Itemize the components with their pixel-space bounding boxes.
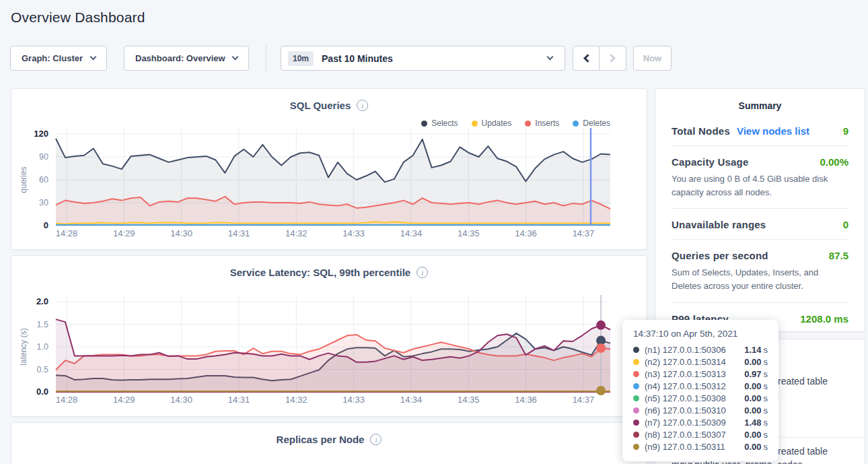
- legend-dot: [573, 121, 579, 127]
- svg-text:14:30: 14:30: [170, 228, 192, 238]
- time-range-badge: 10m: [288, 51, 314, 66]
- node-address: (n4) 127.0.0.1:50312: [645, 381, 726, 391]
- p99-latency-value: 1208.0 ms: [800, 313, 848, 325]
- node-latency-value: 0.00s: [744, 357, 768, 367]
- sql-queries-chart[interactable]: 14:2814:2914:3014:3114:3214:3314:3414:35…: [11, 89, 648, 251]
- legend-item-inserts[interactable]: Inserts: [525, 119, 559, 128]
- legend-dot: [472, 121, 478, 127]
- svg-text:14:28: 14:28: [56, 228, 78, 238]
- legend-dot: [525, 121, 531, 127]
- node-address: (n8) 127.0.0.1:50307: [645, 430, 726, 440]
- chevron-down-icon: [90, 54, 97, 61]
- svg-text:0: 0: [44, 220, 48, 230]
- node-color-dot: [633, 383, 639, 389]
- svg-text:14:35: 14:35: [458, 395, 480, 405]
- svg-text:14:33: 14:33: [342, 228, 365, 238]
- svg-text:14:30: 14:30: [170, 395, 192, 405]
- svg-text:14:28: 14:28: [56, 395, 78, 405]
- time-prev-button[interactable]: [573, 46, 600, 71]
- info-icon[interactable]: i: [370, 434, 382, 445]
- svg-text:14:34: 14:34: [400, 395, 423, 405]
- svg-text:14:32: 14:32: [285, 228, 308, 238]
- chart-title: Replicas per Node: [277, 434, 365, 445]
- summary-title: Summary: [655, 89, 865, 115]
- tooltip-node-row: (n8) 127.0.0.1:503070.00s: [633, 428, 768, 440]
- overview-dashboard: Overview Dashboard Graph: Cluster Dashbo…: [0, 0, 868, 464]
- node-color-dot: [633, 347, 639, 353]
- service-latency-chart[interactable]: 14:2814:2914:3014:3114:3214:3314:3414:35…: [11, 256, 648, 418]
- now-button[interactable]: Now: [633, 46, 672, 71]
- unavailable-ranges-value: 0: [843, 219, 848, 230]
- legend-item-updates[interactable]: Updates: [472, 119, 512, 128]
- svg-text:14:37: 14:37: [573, 395, 595, 405]
- chevron-left-icon: [583, 54, 592, 63]
- node-latency-value: 1.48s: [744, 418, 768, 428]
- total-nodes-value: 9: [843, 125, 848, 137]
- time-range-dropdown[interactable]: 10m Past 10 Minutes: [281, 46, 565, 71]
- page-title: Overview Dashboard: [11, 9, 145, 26]
- tooltip-node-row: (n5) 127.0.0.1:503080.00s: [633, 392, 768, 404]
- svg-text:14:34: 14:34: [400, 228, 423, 238]
- legend-item-selects[interactable]: Selects: [421, 119, 458, 128]
- node-latency-value: 0.00s: [744, 442, 768, 452]
- tooltip-node-row: (n9) 127.0.0.1:503110.00s: [633, 440, 768, 453]
- capacity-value: 0.00%: [820, 156, 848, 168]
- chart-title: SQL Queries: [290, 100, 351, 111]
- info-icon[interactable]: i: [357, 100, 368, 111]
- unavailable-ranges-label: Unavailable ranges: [672, 219, 766, 230]
- legend-dot: [421, 121, 427, 127]
- qps-label: Queries per second: [672, 250, 768, 261]
- time-next-button[interactable]: [600, 46, 626, 71]
- node-latency-value: 0.00s: [744, 405, 768, 416]
- legend-item-deletes[interactable]: Deletes: [573, 119, 610, 128]
- node-address: (n1) 127.0.0.1:50306: [645, 345, 726, 355]
- tooltip-node-row: (n2) 127.0.0.1:503140.00s: [633, 356, 768, 368]
- node-latency-value: 0.97s: [744, 369, 768, 379]
- node-color-dot: [633, 371, 639, 377]
- node-address: (n9) 127.0.0.1:50311: [645, 442, 725, 452]
- dashboard-label: Dashboard: Overview: [135, 53, 225, 63]
- svg-text:14:29: 14:29: [113, 395, 135, 405]
- capacity-desc: You are using 0 B of 4.5 GiB usable disk…: [672, 172, 848, 199]
- node-latency-value: 0.00s: [744, 430, 768, 440]
- node-color-dot: [633, 407, 639, 413]
- dashboard-dropdown[interactable]: Dashboard: Overview: [124, 46, 249, 71]
- svg-text:90: 90: [39, 152, 48, 162]
- svg-text:14:36: 14:36: [515, 395, 537, 405]
- view-nodes-list-link[interactable]: View nodes list: [737, 125, 809, 137]
- time-nav-group: [573, 46, 626, 71]
- node-address: (n6) 127.0.0.1:50310: [645, 405, 726, 416]
- toolbar-divider: [266, 44, 266, 72]
- latency-hover-tooltip: 14:37:10 on Apr 5th, 2021 (n1) 127.0.0.1…: [622, 320, 779, 461]
- graph-scope-dropdown[interactable]: Graph: Cluster: [10, 46, 107, 71]
- summary-row-capacity: Capacity Usage 0.00% You are using 0 B o…: [672, 146, 848, 209]
- summary-panel: Summary Total Nodes View nodes list 9 Ca…: [655, 88, 865, 332]
- node-color-dot: [633, 359, 639, 365]
- svg-text:queries: queries: [19, 166, 28, 193]
- svg-text:60: 60: [39, 175, 48, 185]
- node-address: (n7) 127.0.0.1:50309: [645, 418, 726, 428]
- chevron-down-icon: [547, 54, 554, 61]
- info-icon[interactable]: i: [417, 267, 428, 278]
- node-address: (n5) 127.0.0.1:50308: [645, 393, 726, 403]
- svg-text:30: 30: [39, 198, 48, 207]
- node-color-dot: [633, 444, 639, 450]
- svg-text:2.0: 2.0: [36, 296, 48, 306]
- svg-text:14:35: 14:35: [458, 228, 480, 238]
- chart-title: Service Latency: SQL, 99th percentile: [230, 267, 410, 278]
- svg-text:1.5: 1.5: [37, 320, 48, 329]
- sql-queries-panel: SQL Queries i SelectsUpdatesInsertsDelet…: [11, 88, 647, 250]
- node-latency-value: 0.00s: [744, 381, 768, 391]
- summary-row-unavailable: Unavailable ranges 0: [672, 209, 848, 240]
- node-color-dot: [633, 395, 639, 401]
- summary-row-qps: Queries per second 87.5 Sum of Selects, …: [672, 240, 848, 302]
- chart-legend: SelectsUpdatesInsertsDeletes: [421, 119, 610, 128]
- svg-text:120: 120: [34, 129, 48, 139]
- node-color-dot: [633, 420, 639, 426]
- tooltip-node-row: (n1) 127.0.0.1:503061.14s: [633, 343, 768, 356]
- tooltip-node-row: (n6) 127.0.0.1:503100.00s: [633, 404, 768, 416]
- svg-text:0.0: 0.0: [36, 387, 48, 397]
- qps-value: 87.5: [829, 250, 848, 261]
- svg-text:latency (s): latency (s): [19, 328, 28, 365]
- node-address: (n3) 127.0.0.1:50313: [645, 369, 726, 379]
